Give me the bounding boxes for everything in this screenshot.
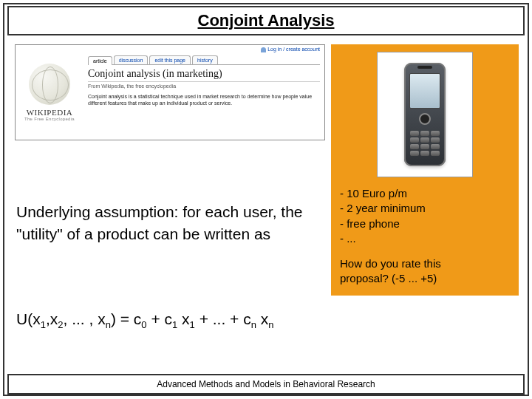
proposal-bullets: - 10 Euro p/m - 2 year minimum - free ph…	[340, 186, 510, 246]
utility-formula: U(x1,x2, ... , xn) = c0 + c1 x1 + ... + …	[16, 310, 274, 330]
assumption-text: Underlying assumption: for each user, th…	[16, 201, 312, 246]
wikipedia-login-text: Log in / create account	[267, 47, 320, 52]
phone-navkey	[419, 113, 431, 125]
phone-screen	[409, 73, 440, 109]
wikipedia-tab-history: history	[192, 55, 218, 64]
wikipedia-logo-block: WIKIPEDIA The Free Encyclopedia	[16, 45, 83, 140]
person-icon	[261, 47, 266, 52]
proposal-panel: O₂ - 10 Euro p/m - 2 year minimum - free…	[331, 44, 519, 296]
wikipedia-tabs: article discussion edit this page histor…	[88, 55, 320, 65]
proposal-bullet: - ...	[340, 231, 510, 246]
proposal-question-line2: proposal? (-5 ... +5)	[340, 271, 510, 286]
phone-image-card: O₂	[377, 52, 473, 177]
wikipedia-tagline: The Free Encyclopedia	[24, 117, 75, 121]
wikipedia-article-body: Conjoint analysis is a statistical techn…	[88, 93, 320, 106]
footer-bar: Advanced Methods and Models in Behaviora…	[7, 374, 525, 395]
wikipedia-article-pane: Log in / create account article discussi…	[83, 45, 324, 140]
wikipedia-login-link: Log in / create account	[261, 47, 320, 52]
footer-text: Advanced Methods and Models in Behaviora…	[157, 379, 375, 389]
proposal-bullet: - 2 year minimum	[340, 201, 510, 216]
phone-icon	[404, 63, 446, 166]
wikipedia-screenshot: WIKIPEDIA The Free Encyclopedia Log in /…	[15, 44, 325, 140]
wikipedia-tab-article: article	[88, 56, 112, 65]
wikipedia-article-title: Conjoint analysis (in marketing)	[88, 68, 320, 82]
proposal-question-line1: How do you rate this	[340, 256, 510, 271]
phone-earpiece	[417, 66, 432, 69]
phone-keypad	[410, 131, 440, 156]
proposal-question: How do you rate this proposal? (-5 ... +…	[340, 256, 510, 287]
wikipedia-wordmark: WIKIPEDIA	[27, 108, 73, 117]
wikipedia-from-line: From Wikipedia, the free encyclopedia	[88, 83, 320, 89]
slide-title: Conjoint Analysis	[198, 11, 335, 30]
proposal-bullet: - 10 Euro p/m	[340, 186, 510, 201]
title-bar: Conjoint Analysis	[7, 6, 525, 35]
wikipedia-tab-discussion: discussion	[114, 55, 149, 64]
wikipedia-globe-icon	[29, 64, 70, 105]
wikipedia-tab-edit: edit this page	[149, 55, 191, 64]
proposal-bullet: - free phone	[340, 216, 510, 231]
